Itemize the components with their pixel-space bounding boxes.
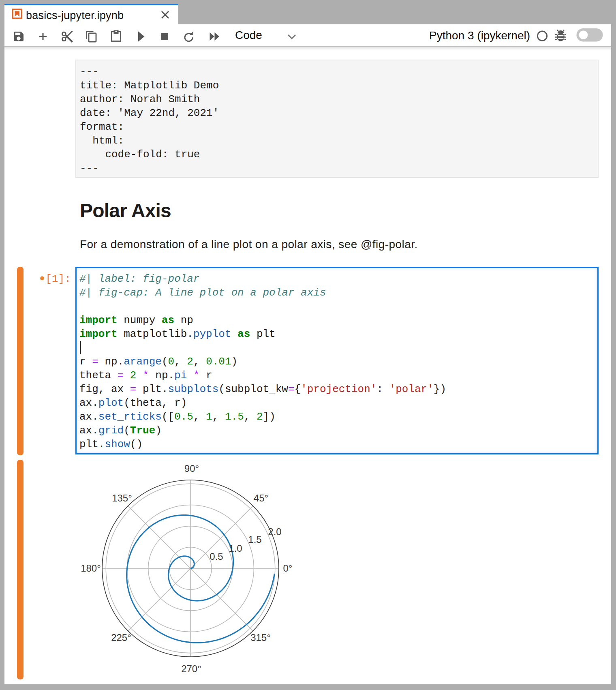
svg-text:2.0: 2.0 — [268, 526, 281, 537]
svg-text:0.5: 0.5 — [210, 551, 223, 562]
svg-text:315°: 315° — [250, 632, 271, 643]
svg-text:1.5: 1.5 — [248, 534, 261, 545]
svg-text:90°: 90° — [184, 463, 199, 474]
svg-text:225°: 225° — [111, 632, 131, 643]
svg-text:270°: 270° — [181, 663, 201, 674]
svg-text:45°: 45° — [254, 493, 268, 504]
svg-text:0°: 0° — [283, 563, 293, 574]
svg-text:1.0: 1.0 — [229, 543, 242, 554]
svg-text:135°: 135° — [112, 493, 132, 504]
svg-text:180°: 180° — [81, 563, 101, 574]
